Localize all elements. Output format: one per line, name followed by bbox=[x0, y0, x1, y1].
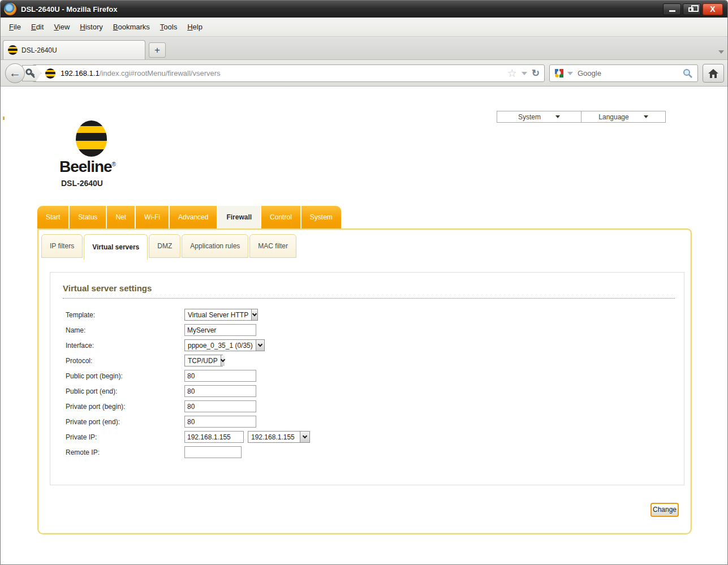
dropdown-arrow-icon[interactable] bbox=[300, 432, 309, 442]
template-select-value: Virtual Server HTTP bbox=[185, 311, 251, 319]
back-button[interactable]: ← bbox=[5, 63, 25, 83]
dropdown-arrow-icon[interactable] bbox=[256, 340, 264, 351]
bookmark-star-icon[interactable]: ☆ bbox=[507, 68, 517, 79]
search-magnifier-icon[interactable] bbox=[682, 68, 693, 79]
tab-firewall[interactable]: Firewall bbox=[218, 206, 261, 228]
public-port-begin-input[interactable] bbox=[184, 370, 256, 382]
tab-net[interactable]: Net bbox=[107, 206, 136, 228]
tab-system[interactable]: System bbox=[301, 206, 341, 228]
reload-icon[interactable]: ↻ bbox=[532, 67, 540, 79]
list-all-tabs-icon[interactable] bbox=[718, 50, 724, 54]
browser-window: DSL-2640U - Mozilla Firefox X File Edit … bbox=[0, 0, 728, 565]
menu-bar: File Edit View History Bookmarks Tools H… bbox=[1, 18, 727, 37]
menu-help[interactable]: Help bbox=[182, 20, 208, 33]
stray-artifact bbox=[3, 117, 5, 120]
registered-mark: ® bbox=[112, 161, 115, 167]
private-ip-select-value: 192.168.1.155 bbox=[248, 433, 300, 441]
section-title: Virtual server settings bbox=[63, 283, 675, 299]
site-favicon bbox=[45, 68, 55, 79]
form-row-public-port-begin: Public port (begin): bbox=[66, 368, 684, 383]
private-ip-select[interactable]: 192.168.1.155 bbox=[248, 431, 310, 443]
google-logo-icon[interactable] bbox=[554, 68, 564, 78]
search-engine-dropdown-icon[interactable] bbox=[567, 72, 573, 75]
content-panel: IP filters Virtual servers DMZ Applicati… bbox=[37, 228, 692, 534]
router-page: Beeline® DSL-2640U System Language Start… bbox=[1, 87, 727, 565]
url-bar[interactable]: 192.168.1.1/index.cgi#rootMenu/firewall/… bbox=[32, 64, 545, 82]
public-port-end-input[interactable] bbox=[184, 385, 256, 397]
subtab-ip-filters[interactable]: IP filters bbox=[41, 234, 83, 258]
sub-tab-bar: IP filters Virtual servers DMZ Applicati… bbox=[41, 234, 296, 260]
menu-history[interactable]: History bbox=[75, 20, 107, 33]
template-select[interactable]: Virtual Server HTTP bbox=[184, 309, 258, 321]
tab-control[interactable]: Control bbox=[261, 206, 301, 228]
name-input[interactable] bbox=[184, 324, 256, 336]
tab-status[interactable]: Status bbox=[70, 206, 107, 228]
tab-advanced[interactable]: Advanced bbox=[170, 206, 218, 228]
beeline-favicon bbox=[8, 45, 18, 55]
subtab-dmz[interactable]: DMZ bbox=[149, 234, 180, 258]
language-menu[interactable]: Language bbox=[581, 111, 666, 123]
browser-tab-title: DSL-2640U bbox=[21, 46, 57, 54]
menu-edit[interactable]: Edit bbox=[26, 20, 49, 33]
system-menu[interactable]: System bbox=[497, 111, 581, 123]
home-icon bbox=[708, 68, 719, 79]
form-row-private-ip: Private IP: 192.168.1.155 bbox=[66, 429, 684, 445]
url-path: /index.cgi#rootMenu/firewall/vservers bbox=[100, 69, 221, 77]
dropdown-arrow-icon[interactable] bbox=[251, 309, 257, 320]
interface-select[interactable]: pppoe_0_35_1 (0/35) bbox=[184, 339, 265, 351]
top-selectors: System Language bbox=[497, 111, 666, 123]
remote-ip-input[interactable] bbox=[184, 446, 242, 458]
field-label: Private port (end): bbox=[66, 418, 184, 426]
field-label: Remote IP: bbox=[66, 448, 184, 456]
change-button[interactable]: Change bbox=[651, 503, 679, 517]
tab-wifi[interactable]: Wi-Fi bbox=[136, 206, 170, 228]
virtual-server-form: Template: Virtual Server HTTP Name: Inte… bbox=[66, 307, 684, 460]
language-menu-arrow-icon bbox=[644, 115, 648, 118]
field-label: Private IP: bbox=[66, 433, 184, 441]
restore-icon bbox=[688, 7, 693, 12]
new-tab-button[interactable]: + bbox=[149, 42, 166, 58]
search-box[interactable]: Google bbox=[549, 64, 698, 82]
brand-name: Beeline bbox=[59, 158, 112, 175]
field-label: Template: bbox=[66, 311, 184, 319]
minimize-icon bbox=[669, 10, 675, 12]
title-bar: DSL-2640U - Mozilla Firefox X bbox=[1, 1, 727, 18]
device-model: DSL-2640U bbox=[61, 179, 103, 188]
beeline-logo bbox=[76, 120, 107, 157]
dropdown-arrow-icon[interactable] bbox=[221, 355, 225, 366]
beeline-wordmark: Beeline® bbox=[59, 158, 115, 176]
window-title: DSL-2640U - Mozilla Firefox bbox=[21, 5, 117, 14]
form-row-remote-ip: Remote IP: bbox=[66, 445, 684, 460]
menu-file[interactable]: File bbox=[4, 20, 26, 33]
field-label: Public port (begin): bbox=[66, 372, 184, 380]
form-row-private-port-end: Private port (end): bbox=[66, 414, 684, 429]
field-label: Name: bbox=[66, 326, 184, 334]
language-menu-label: Language bbox=[598, 113, 628, 121]
browser-tab-active[interactable]: DSL-2640U bbox=[3, 40, 145, 59]
interface-select-value: pppoe_0_35_1 (0/35) bbox=[185, 342, 256, 350]
url-dropdown-icon[interactable] bbox=[522, 72, 527, 75]
home-button[interactable] bbox=[703, 64, 724, 83]
protocol-select[interactable]: TCP/UDP bbox=[184, 355, 223, 366]
restore-button[interactable] bbox=[683, 3, 701, 15]
field-label: Protocol: bbox=[66, 357, 184, 365]
protocol-select-value: TCP/UDP bbox=[185, 357, 221, 365]
url-host: 192.168.1.1 bbox=[61, 69, 100, 77]
menu-tools[interactable]: Tools bbox=[155, 20, 182, 33]
private-port-begin-input[interactable] bbox=[184, 400, 256, 412]
close-button[interactable]: X bbox=[703, 3, 723, 15]
tab-start[interactable]: Start bbox=[37, 206, 70, 228]
field-label: Public port (end): bbox=[66, 387, 184, 395]
form-row-interface: Interface: pppoe_0_35_1 (0/35) bbox=[66, 338, 684, 353]
subtab-virtual-servers[interactable]: Virtual servers bbox=[84, 234, 148, 260]
system-menu-arrow-icon bbox=[555, 115, 560, 118]
private-ip-input[interactable] bbox=[184, 431, 244, 443]
subtab-application-rules[interactable]: Application rules bbox=[182, 234, 248, 258]
search-placeholder: Google bbox=[578, 69, 682, 77]
menu-view[interactable]: View bbox=[49, 20, 75, 33]
private-port-end-input[interactable] bbox=[184, 416, 256, 428]
minimize-button[interactable] bbox=[663, 3, 681, 15]
subtab-mac-filter[interactable]: MAC filter bbox=[249, 234, 296, 258]
url-text: 192.168.1.1/index.cgi#rootMenu/firewall/… bbox=[61, 69, 507, 77]
menu-bookmarks[interactable]: Bookmarks bbox=[108, 20, 155, 33]
